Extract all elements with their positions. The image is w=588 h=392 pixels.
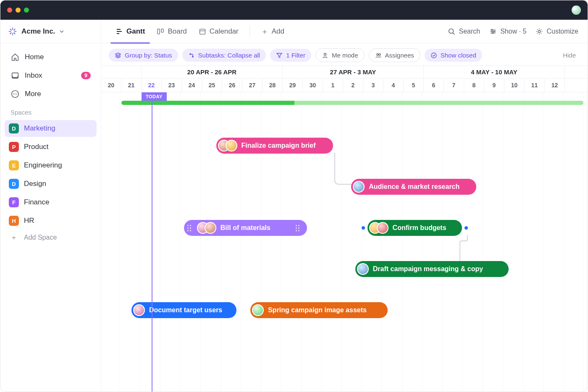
avatar[interactable] xyxy=(353,181,365,193)
chevron-down-icon xyxy=(59,29,64,34)
day-cell[interactable]: 24 xyxy=(182,78,202,92)
day-cell[interactable]: 28 xyxy=(262,78,283,92)
avatar[interactable] xyxy=(357,263,369,275)
inbox-icon xyxy=(10,71,20,80)
me-mode-chip[interactable]: Me mode xyxy=(315,48,365,62)
day-cell[interactable]: 12 xyxy=(545,78,565,92)
space-label: Engineering xyxy=(24,161,62,170)
week-range-label: 4 MAY - 10 MAY xyxy=(424,66,565,78)
space-item-product[interactable]: PProduct xyxy=(5,139,97,155)
task-bar[interactable]: Draft campaign messaging & copy xyxy=(355,261,509,277)
day-cell[interactable]: 23 xyxy=(162,78,182,92)
sliders-icon xyxy=(489,28,497,35)
customize-button[interactable]: Customize xyxy=(536,28,578,35)
day-cell[interactable]: 22 xyxy=(142,78,162,92)
day-cell[interactable]: 26 xyxy=(222,78,242,92)
day-cell[interactable]: 11 xyxy=(525,78,545,92)
space-item-engineering[interactable]: EEngineering xyxy=(5,157,97,174)
svg-point-11 xyxy=(538,30,541,32)
tab-calendar-label: Calendar xyxy=(210,27,239,36)
day-cell[interactable]: 6 xyxy=(424,78,444,92)
user-avatar[interactable] xyxy=(572,5,581,15)
assignee-avatars xyxy=(252,304,264,316)
drag-handle-icon[interactable] xyxy=(294,225,301,231)
week-range-label: 20 APR - 26 APR xyxy=(142,66,283,78)
window-traffic-lights xyxy=(7,8,29,13)
avatar[interactable] xyxy=(226,140,237,152)
day-cell[interactable]: 21 xyxy=(121,78,142,92)
day-cell[interactable]: 9 xyxy=(484,78,504,92)
nav-home-label: Home xyxy=(25,53,44,61)
add-space-button[interactable]: ＋ Add Space xyxy=(5,229,97,246)
nav-more[interactable]: More xyxy=(6,86,95,102)
nav-home[interactable]: Home xyxy=(6,49,95,65)
day-cell[interactable]: 3 xyxy=(363,78,383,92)
dependency-handle[interactable] xyxy=(362,226,365,230)
today-label: TODAY xyxy=(142,92,167,101)
hide-filter-bar[interactable]: Hide xyxy=(563,52,576,59)
space-item-marketing[interactable]: DMarketing xyxy=(5,120,97,137)
add-view-button[interactable]: ＋ Add xyxy=(256,20,289,43)
tab-gantt[interactable]: Gantt xyxy=(110,20,150,43)
space-item-design[interactable]: DDesign xyxy=(5,175,97,192)
group-by-chip[interactable]: Group by: Status xyxy=(109,49,178,62)
show-closed-chip[interactable]: Show closed xyxy=(425,49,482,62)
day-cell[interactable]: 29 xyxy=(283,78,303,92)
task-bar[interactable]: Confirm budgets xyxy=(368,220,462,236)
day-cell[interactable]: 10 xyxy=(504,78,525,92)
day-cell[interactable]: 7 xyxy=(444,78,464,92)
assignees-chip[interactable]: Assignees xyxy=(369,48,420,62)
timeline-days: 2021222324252627282930123456789101112 xyxy=(101,78,588,92)
gantt-canvas[interactable]: TODAY Finalize campaign briefAudience & … xyxy=(101,92,588,392)
space-item-finance[interactable]: FFinance xyxy=(5,194,97,211)
filter-chip[interactable]: 1 Filter xyxy=(270,49,311,62)
week-range-label: 27 APR - 3 MAY xyxy=(283,66,424,78)
filter-bar: Group by: Status Subtasks: Collapse all … xyxy=(101,43,588,65)
maximize-window-button[interactable] xyxy=(24,8,29,13)
layers-icon xyxy=(115,52,121,59)
day-cell[interactable]: 30 xyxy=(303,78,323,92)
window-titlebar xyxy=(0,0,588,20)
show-button[interactable]: Show · 5 xyxy=(489,28,526,35)
home-icon xyxy=(10,52,20,62)
close-window-button[interactable] xyxy=(7,8,12,13)
customize-label: Customize xyxy=(546,28,578,35)
task-bar[interactable]: Audience & market research xyxy=(351,179,476,195)
day-cell[interactable]: 25 xyxy=(202,78,222,92)
avatar[interactable] xyxy=(252,304,264,316)
subtasks-label: Subtasks: Collapse all xyxy=(198,52,260,59)
timeline-ranges: 20 APR - 26 APR27 APR - 3 MAY4 MAY - 10 … xyxy=(101,65,588,78)
day-cell[interactable]: 5 xyxy=(404,78,424,92)
dependency-handle[interactable] xyxy=(465,226,468,230)
day-cell[interactable]: 27 xyxy=(242,78,262,92)
space-item-hr[interactable]: HHR xyxy=(5,212,97,229)
workspace-name: Acme Inc. xyxy=(21,27,55,36)
tab-board[interactable]: Board xyxy=(152,20,192,43)
minimize-window-button[interactable] xyxy=(16,8,21,13)
day-cell[interactable]: 8 xyxy=(464,78,484,92)
main-area: Gantt Board Calendar ＋ Add Search xyxy=(101,20,588,392)
task-label: Bill of materials xyxy=(220,224,270,232)
day-cell[interactable]: 2 xyxy=(343,78,363,92)
task-bar[interactable]: Bill of materials xyxy=(184,220,307,236)
day-cell[interactable]: 1 xyxy=(323,78,343,92)
nav-inbox[interactable]: Inbox 9 xyxy=(6,68,95,84)
day-cell[interactable]: 20 xyxy=(101,78,121,92)
workspace-switcher[interactable]: Acme Inc. xyxy=(0,20,101,43)
tab-calendar[interactable]: Calendar xyxy=(194,20,244,43)
avatar[interactable] xyxy=(205,222,216,234)
assignees-label: Assignees xyxy=(385,52,414,59)
task-bar[interactable]: Finalize campaign brief xyxy=(216,138,333,154)
subtasks-chip[interactable]: Subtasks: Collapse all xyxy=(182,49,266,62)
avatar[interactable] xyxy=(377,222,388,234)
search-button[interactable]: Search xyxy=(448,28,480,35)
day-cell[interactable]: 4 xyxy=(383,78,404,92)
search-label: Search xyxy=(459,28,480,35)
drag-handle-icon[interactable] xyxy=(186,225,193,231)
sidebar: Acme Inc. Home Inbox 9 More Spaces DMark… xyxy=(0,20,101,392)
task-bar[interactable]: Document target users xyxy=(131,302,236,318)
task-bar[interactable]: Spring campaign image assets xyxy=(250,302,387,318)
space-initial-icon: D xyxy=(9,179,19,189)
nav-inbox-label: Inbox xyxy=(25,71,42,80)
avatar[interactable] xyxy=(133,304,145,316)
